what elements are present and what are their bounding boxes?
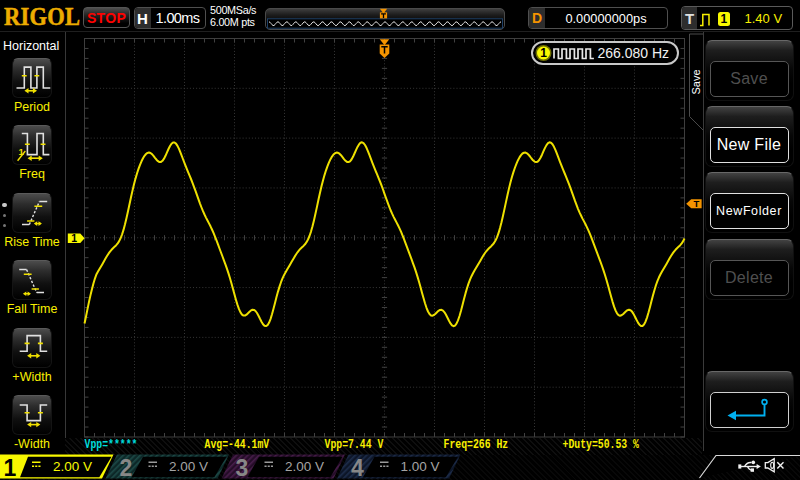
svg-text:1.00 V: 1.00 V [401, 459, 440, 474]
svg-text:2.00 V: 2.00 V [285, 459, 324, 474]
svg-text:1: 1 [4, 455, 17, 480]
svg-text:2.00 V: 2.00 V [53, 459, 92, 474]
svg-text:4: 4 [351, 455, 364, 480]
svg-text:1: 1 [71, 232, 77, 244]
svg-text:2.00 V: 2.00 V [169, 459, 208, 474]
svg-text:3: 3 [236, 455, 249, 480]
svg-text:1: 1 [540, 46, 547, 60]
svg-text:2: 2 [120, 455, 133, 480]
svg-text:T: T [693, 198, 699, 209]
svg-text:266.080 Hz: 266.080 Hz [598, 45, 670, 61]
